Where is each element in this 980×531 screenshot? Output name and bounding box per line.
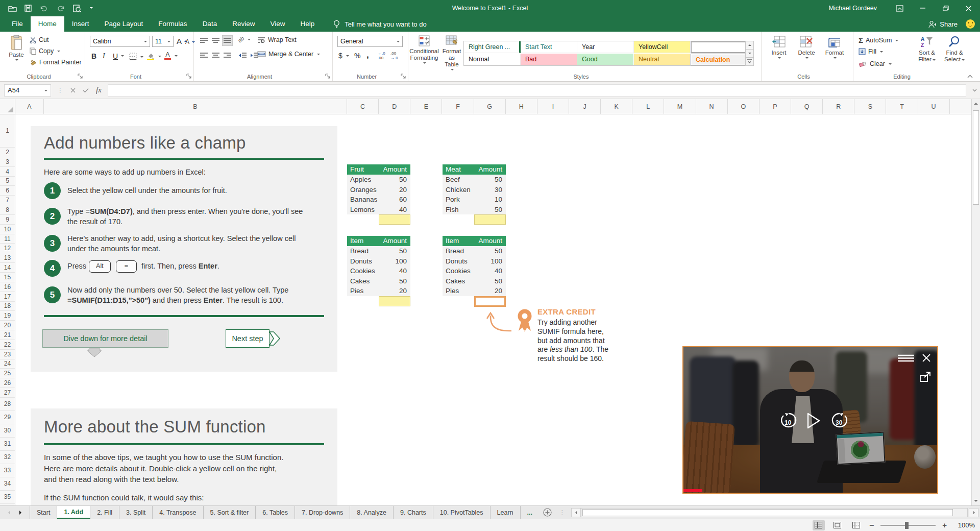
number-format-select[interactable]: General xyxy=(337,36,403,47)
underline-button[interactable]: U xyxy=(113,52,118,60)
column-header[interactable]: M xyxy=(664,99,696,114)
sheet-tab[interactable]: 7. Drop-downs xyxy=(295,506,350,519)
amount-cell[interactable]: 30 xyxy=(476,185,506,195)
cell-style-item[interactable]: Normal xyxy=(464,54,521,65)
zoom-level[interactable]: 100% xyxy=(953,521,975,529)
row-header[interactable]: 32 xyxy=(0,451,15,464)
sumif-yellow-cell[interactable] xyxy=(379,296,410,306)
column-header[interactable]: A xyxy=(15,99,44,114)
item-cell[interactable]: Bread xyxy=(347,246,381,256)
column-header[interactable]: S xyxy=(854,99,886,114)
sheet-tab[interactable]: 1. Add xyxy=(57,506,90,519)
align-right-button[interactable] xyxy=(222,50,233,61)
ribbon-display-options-icon[interactable] xyxy=(888,0,911,16)
cell-style-item[interactable]: Calculation xyxy=(691,54,747,65)
name-box[interactable]: A54 xyxy=(4,84,51,96)
ribbon-tab[interactable]: Review xyxy=(225,16,262,32)
formula-input[interactable] xyxy=(108,84,966,96)
item-cell[interactable]: Cookies xyxy=(443,266,476,276)
amount-cell[interactable]: 10 xyxy=(476,195,506,205)
column-header[interactable]: R xyxy=(823,99,854,114)
row-header[interactable]: 22 xyxy=(0,340,15,350)
amount-cell[interactable]: 50 xyxy=(476,246,506,256)
row-header[interactable]: 21 xyxy=(0,330,15,340)
next-step-button[interactable]: Next step xyxy=(226,329,270,348)
scroll-up-icon[interactable] xyxy=(972,99,980,108)
find-select-dropdown-icon[interactable] xyxy=(962,59,965,62)
zoom-out-button[interactable]: − xyxy=(869,521,874,530)
feedback-smiley-icon[interactable] xyxy=(966,19,975,29)
column-header[interactable]: I xyxy=(537,99,569,114)
page-break-view-button[interactable] xyxy=(850,520,863,530)
row-header[interactable]: 6 xyxy=(0,186,15,196)
customize-qat-icon[interactable] xyxy=(90,7,93,10)
column-header[interactable]: H xyxy=(506,99,537,114)
ribbon-tab[interactable]: Data xyxy=(195,16,225,32)
sheet-tab[interactable]: 8. Analyze xyxy=(350,506,394,519)
wrap-text-button[interactable]: Wrap Text xyxy=(257,36,297,43)
column-header[interactable]: J xyxy=(569,99,601,114)
column-header[interactable]: N xyxy=(696,99,728,114)
accounting-format-button[interactable]: $ xyxy=(338,52,349,60)
cell-style-item[interactable]: Bad xyxy=(521,54,577,65)
format-as-table-button[interactable]: Format as Table xyxy=(440,33,463,79)
italic-button[interactable]: I xyxy=(103,52,105,60)
play-button[interactable] xyxy=(807,413,820,429)
item-cell[interactable]: Chicken xyxy=(443,185,476,195)
fruit-sum-yellow-cell[interactable] xyxy=(379,214,410,225)
item-cell[interactable]: Pork xyxy=(443,195,476,205)
fill-dropdown-icon[interactable] xyxy=(880,51,883,54)
row-header[interactable]: 3 xyxy=(0,157,15,167)
delete-dropdown-icon[interactable] xyxy=(805,57,808,60)
row-header[interactable]: 31 xyxy=(0,438,15,451)
column-header[interactable]: O xyxy=(728,99,760,114)
number-dialog-launcher-icon[interactable] xyxy=(401,74,406,79)
row-header[interactable]: 20 xyxy=(0,321,15,330)
forward-30-button[interactable]: 30 xyxy=(830,413,849,430)
font-name-select[interactable]: Calibri xyxy=(90,36,150,47)
rewind-10-button[interactable]: 10 xyxy=(779,413,798,430)
row-header[interactable]: 24 xyxy=(0,359,15,369)
dive-down-button[interactable]: Dive down for more detail xyxy=(42,329,168,348)
item-cell[interactable]: Pies xyxy=(347,286,381,296)
item-cell[interactable]: Cakes xyxy=(347,276,381,286)
ribbon-tab[interactable]: Help xyxy=(292,16,322,32)
font-size-select[interactable]: 11 xyxy=(152,36,174,47)
orientation-button[interactable]: ab xyxy=(238,36,251,42)
item-cell[interactable]: Bananas xyxy=(347,195,381,205)
row-header[interactable]: 13 xyxy=(0,253,15,263)
align-middle-button[interactable] xyxy=(210,35,221,46)
sheet-tab-overflow[interactable]: ... xyxy=(521,506,539,519)
clear-button[interactable]: Clear xyxy=(859,60,892,67)
cell-style-item[interactable]: Right Green ... xyxy=(464,41,521,53)
normal-view-button[interactable] xyxy=(813,520,825,530)
format-painter-button[interactable]: Format Painter xyxy=(30,59,82,66)
sheet-tab[interactable]: Start xyxy=(30,506,57,519)
ribbon-tab[interactable]: Insert xyxy=(64,16,97,32)
amount-cell[interactable]: 60 xyxy=(381,195,410,205)
comma-style-button[interactable]: , xyxy=(366,50,369,60)
print-preview-icon[interactable] xyxy=(73,5,81,12)
share-button[interactable]: Share xyxy=(928,20,958,28)
row-header[interactable]: 23 xyxy=(0,350,15,359)
select-all-corner[interactable] xyxy=(0,99,15,114)
cut-button[interactable]: Cut xyxy=(30,36,48,43)
cell-style-item[interactable]: Start Text xyxy=(521,41,577,53)
row-header[interactable]: 19 xyxy=(0,311,15,321)
zoom-in-button[interactable]: + xyxy=(942,521,947,529)
column-header[interactable]: Q xyxy=(791,99,823,114)
row-header[interactable]: 2 xyxy=(0,148,15,157)
item-header-cell[interactable]: Item xyxy=(347,236,381,246)
row-header[interactable]: 30 xyxy=(0,424,15,438)
new-sheet-button[interactable] xyxy=(539,506,556,519)
hscroll-right-icon[interactable] xyxy=(969,508,978,517)
decrease-decimal-button[interactable]: .00→.0 xyxy=(390,51,398,60)
merge-center-button[interactable]: Merge & Center xyxy=(257,51,320,58)
row-header[interactable]: 7 xyxy=(0,196,15,205)
video-menu-icon[interactable] xyxy=(898,354,914,362)
column-header[interactable]: T xyxy=(886,99,918,114)
row-header[interactable]: 18 xyxy=(0,302,15,311)
ribbon-tab[interactable]: View xyxy=(262,16,292,32)
sheet-tab[interactable]: Learn xyxy=(491,506,521,519)
amount-cell[interactable]: 40 xyxy=(381,266,410,276)
